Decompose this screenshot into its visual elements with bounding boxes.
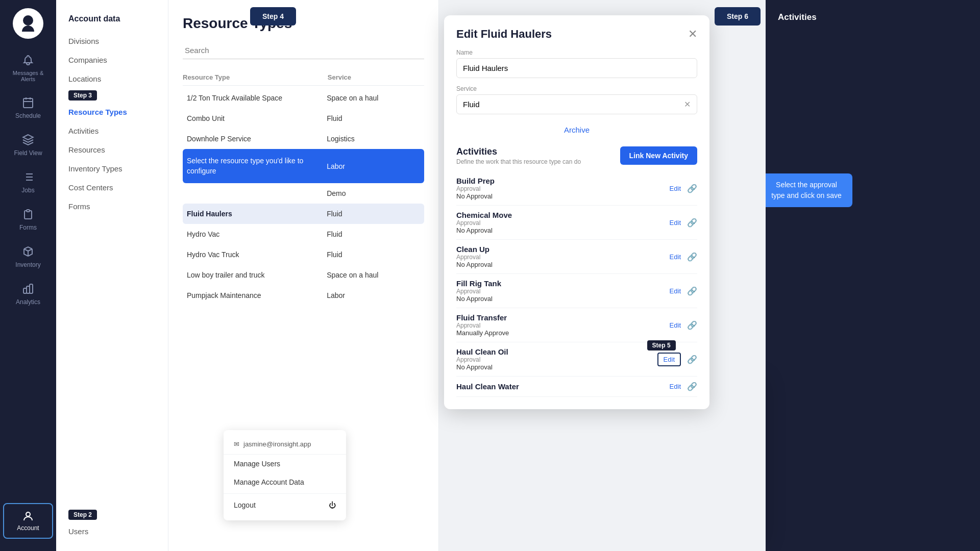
service-label: Service (456, 85, 697, 92)
unlink-activity-icon[interactable]: 🔗 (687, 252, 697, 262)
table-row-fluid-haulers[interactable]: Fluid Haulers Fluid (183, 204, 424, 224)
activity-approval-label: Approval (456, 356, 508, 363)
edit-activity-link[interactable]: Edit (670, 185, 681, 192)
clear-service-icon[interactable]: ✕ (684, 99, 691, 109)
activity-actions: Edit 🔗 (670, 382, 697, 391)
table-row[interactable]: 1/2 Ton Truck Available Space Space on a… (183, 88, 424, 108)
unlink-activity-icon[interactable]: 🔗 (687, 355, 697, 364)
approval-tooltip: Select the approval type and click on sa… (766, 173, 852, 207)
edit-activity-link[interactable]: Edit (670, 287, 681, 295)
edit-activity-link[interactable]: Edit (670, 321, 681, 329)
edit-fluid-haulers-modal: Edit Fluid Haulers ✕ Name Service ✕ Arch… (444, 15, 709, 409)
unlink-activity-icon[interactable]: 🔗 (687, 320, 697, 330)
account-section: Account (0, 503, 56, 543)
activity-actions: Edit 🔗 (670, 286, 697, 296)
name-input[interactable] (456, 58, 697, 78)
activities-title: Activities (456, 146, 581, 157)
dropdown-divider (224, 493, 346, 494)
nav-item-cost-centers[interactable]: Cost Centers (56, 178, 168, 197)
activity-item: Chemical Move Approval No Approval Edit … (456, 206, 697, 240)
table-row[interactable]: Hydro Vac Fluid (183, 224, 424, 244)
unlink-activity-icon[interactable]: 🔗 (687, 286, 697, 296)
close-modal-button[interactable]: ✕ (688, 28, 697, 41)
nav-item-activities[interactable]: Activities (56, 121, 168, 140)
resource-name: 1/2 Ton Truck Available Space (187, 94, 327, 102)
activity-row: Fill Rig Tank Approval No Approval Edit … (456, 279, 697, 303)
activities-section: Activities Define the work that this res… (456, 146, 697, 397)
logout-item[interactable]: Logout ⏻ (224, 496, 346, 514)
nav-item-companies[interactable]: Companies (56, 51, 168, 69)
sidebar-item-analytics[interactable]: Analytics (0, 276, 56, 313)
edit-activity-link[interactable]: Edit (670, 253, 681, 261)
svg-rect-1 (23, 98, 33, 108)
sidebar-item-messages[interactable]: Messages & Alerts (0, 47, 56, 89)
nav-sidebar: Account data Divisions Companies Locatio… (56, 0, 168, 551)
activity-row: Clean Up Approval No Approval Edit 🔗 (456, 245, 697, 268)
logout-label: Logout (234, 501, 256, 509)
activity-name: Fill Rig Tank (456, 279, 501, 288)
activity-item: Fluid Transfer Approval Manually Approve… (456, 308, 697, 342)
edit-activity-link[interactable]: Edit (670, 219, 681, 227)
email-icon: ✉ (234, 440, 239, 448)
resource-name: Fluid Haulers (187, 210, 327, 218)
sidebar-item-forms[interactable]: Forms (0, 201, 56, 238)
activity-approval-label: Approval (456, 219, 512, 227)
activity-name: Haul Clean Water (456, 382, 519, 391)
activity-item: Fill Rig Tank Approval No Approval Edit … (456, 274, 697, 308)
table-row[interactable]: Combo Unit Fluid (183, 108, 424, 129)
forms-label: Forms (19, 224, 37, 231)
table-row[interactable]: Low boy trailer and truck Space on a hau… (183, 265, 424, 285)
activity-approval-value: No Approval (456, 227, 512, 234)
table-row[interactable]: Pumpjack Maintenance Labor (183, 285, 424, 306)
unlink-activity-icon[interactable]: 🔗 (687, 218, 697, 228)
resource-service: Labor (327, 162, 420, 170)
fieldview-label: Field View (14, 149, 42, 157)
app-logo[interactable] (13, 8, 43, 39)
search-input[interactable] (183, 42, 424, 59)
right-activities-header: Activities Define the work that this res… (778, 34, 968, 52)
link-new-activity-button[interactable]: Link New Activity (620, 146, 697, 165)
resource-service: Fluid (327, 230, 420, 238)
step3-badge: Step 3 (68, 90, 97, 101)
manage-account-item[interactable]: Manage Account Data (224, 473, 346, 491)
nav-item-resources[interactable]: Resources (56, 140, 168, 159)
right-dark-panel: Edit Fluid Haulers ✕ Activities Define t… (766, 0, 980, 551)
nav-item-users[interactable]: Users (56, 522, 168, 541)
table-row[interactable]: Downhole P Service Logistics (183, 129, 424, 149)
table-row-select-msg[interactable]: Select the resource type you'd like to c… (183, 149, 424, 183)
activity-name: Haul Clean Oil (456, 347, 508, 356)
service-input[interactable] (463, 95, 684, 114)
nav-item-divisions[interactable]: Divisions (56, 32, 168, 51)
table-row[interactable]: Demo (183, 183, 424, 204)
nav-item-inventory-types[interactable]: Inventory Types (56, 159, 168, 178)
activity-row: Chemical Move Approval No Approval Edit … (456, 211, 697, 234)
activity-approval-value: Manually Approve (456, 329, 509, 337)
activity-name: Build Prep (456, 177, 495, 185)
sidebar-item-inventory[interactable]: Inventory (0, 238, 56, 276)
activity-info: Clean Up Approval No Approval (456, 245, 493, 268)
table-row[interactable]: Hydro Vac Truck Fluid (183, 244, 424, 265)
activity-name: Chemical Move (456, 211, 512, 219)
activity-approval-value: No Approval (456, 261, 493, 268)
nav-item-forms[interactable]: Forms (56, 197, 168, 216)
edit-activity-link-haul[interactable]: Edit (657, 353, 681, 366)
sidebar-item-account[interactable]: Account (3, 503, 53, 539)
nav-section-title: Account data (56, 10, 168, 32)
sidebar-item-jobs[interactable]: Jobs (0, 164, 56, 201)
sidebar-item-fieldview[interactable]: Field View (0, 127, 56, 164)
archive-link[interactable]: Archive (456, 121, 697, 138)
edit-activity-link[interactable]: Edit (670, 383, 681, 390)
activity-approval-value: No Approval (456, 363, 508, 371)
nav-item-resource-types[interactable]: Resource Types (56, 103, 168, 121)
col-service: Service (328, 73, 424, 81)
unlink-activity-icon[interactable]: 🔗 (687, 382, 697, 391)
manage-users-item[interactable]: Manage Users (224, 455, 346, 473)
email-text: jasmine@ironsight.app (243, 440, 311, 448)
jobs-label: Jobs (21, 187, 34, 194)
unlink-activity-icon[interactable]: 🔗 (687, 184, 697, 193)
sidebar-item-schedule[interactable]: Schedule (0, 89, 56, 127)
nav-item-locations[interactable]: Locations (56, 69, 168, 88)
bell-icon (22, 54, 34, 68)
activity-actions: Edit 🔗 (670, 320, 697, 330)
analytics-icon (22, 283, 34, 296)
